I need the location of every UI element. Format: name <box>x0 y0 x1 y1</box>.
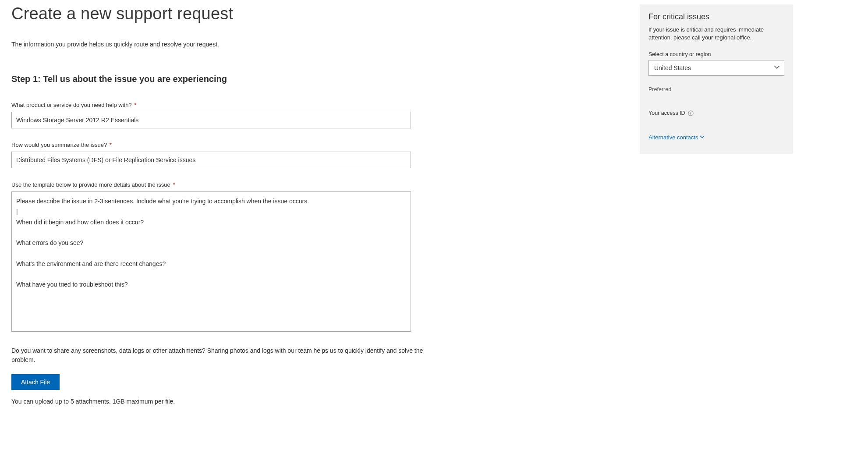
preferred-label: Preferred <box>648 86 784 92</box>
product-input[interactable] <box>11 112 411 128</box>
product-label: What product or service do you need help… <box>11 102 456 108</box>
summary-label-text: How would you summarize the issue? <box>11 142 107 148</box>
country-selected-value: United States <box>654 64 691 71</box>
access-id-label: Your access ID <box>648 110 685 116</box>
page-intro: The information you provide helps us qui… <box>11 41 456 48</box>
svg-rect-2 <box>690 113 691 114</box>
details-label: Use the template below to provide more d… <box>11 181 456 188</box>
details-textarea[interactable] <box>11 191 411 332</box>
details-label-text: Use the template below to provide more d… <box>11 181 170 188</box>
alternative-contacts-label: Alternative contacts <box>648 134 698 141</box>
critical-description: If your issue is critical and requires i… <box>648 26 784 42</box>
country-label: Select a country or region <box>648 51 784 57</box>
required-marker: * <box>171 181 175 188</box>
attach-note: You can upload up to 5 attachments. 1GB … <box>11 398 456 405</box>
attach-description: Do you want to share any screenshots, da… <box>11 346 423 365</box>
critical-heading: For critical issues <box>648 12 784 21</box>
critical-issues-panel: For critical issues If your issue is cri… <box>640 4 793 154</box>
attach-file-button[interactable]: Attach File <box>11 374 60 390</box>
country-select[interactable]: United States <box>648 60 784 76</box>
summary-input[interactable] <box>11 152 411 168</box>
product-label-text: What product or service do you need help… <box>11 102 132 108</box>
alternative-contacts-link[interactable]: Alternative contacts <box>648 134 705 141</box>
required-marker: * <box>108 142 112 148</box>
svg-point-1 <box>690 112 691 113</box>
step1-heading: Step 1: Tell us about the issue you are … <box>11 74 456 84</box>
summary-label: How would you summarize the issue? * <box>11 142 456 148</box>
required-marker: * <box>133 102 137 108</box>
info-icon[interactable] <box>688 110 694 116</box>
page-title: Create a new support request <box>11 4 456 23</box>
chevron-down-icon <box>700 134 705 141</box>
